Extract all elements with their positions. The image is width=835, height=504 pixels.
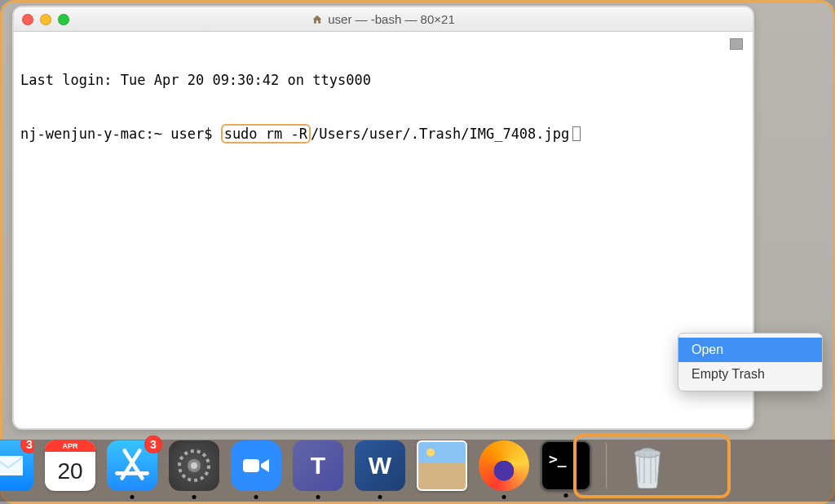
dock-indicator xyxy=(254,495,258,499)
home-icon xyxy=(311,14,323,25)
titlebar[interactable]: user — -bash — 80×21 xyxy=(14,7,753,32)
calendar-day-label: 20 xyxy=(45,452,95,491)
svg-rect-6 xyxy=(243,459,259,472)
window-title-container: user — -bash — 80×21 xyxy=(14,12,753,26)
mail-badge: 3 xyxy=(20,435,38,453)
terminal-cursor xyxy=(572,126,581,141)
dock-divider xyxy=(606,443,607,489)
dock[interactable]: 3 APR 20 3 T xyxy=(2,435,833,497)
dock-icon-terminal[interactable]: >_ xyxy=(541,440,591,491)
dock-icon-app-store[interactable]: 3 xyxy=(107,440,157,491)
dock-indicator xyxy=(564,493,568,497)
traffic-lights xyxy=(22,14,69,25)
dock-icon-mail[interactable]: 3 xyxy=(0,440,33,491)
terminal-cmd-highlight: sudo rm -R xyxy=(221,124,311,144)
dock-indicator xyxy=(502,495,506,499)
menu-item-empty-trash[interactable]: Empty Trash xyxy=(678,362,822,387)
terminal-line-login: Last login: Tue Apr 20 09:30:42 on ttys0… xyxy=(20,71,746,89)
dock-icon-calendar[interactable]: APR 20 xyxy=(45,440,95,491)
desktop: user — -bash — 80×21 Last login: Tue Apr… xyxy=(0,0,835,504)
dock-indicator xyxy=(130,495,135,499)
teams-letter: T xyxy=(311,452,325,480)
dock-icon-system-preferences[interactable] xyxy=(169,440,219,491)
dock-area: 3 APR 20 3 T xyxy=(2,431,833,502)
dock-icon-teams[interactable]: T xyxy=(293,440,343,491)
word-letter: W xyxy=(369,452,391,480)
zoom-button[interactable] xyxy=(58,14,69,25)
scroll-indicator-icon[interactable] xyxy=(730,38,743,50)
dock-icon-firefox[interactable] xyxy=(479,440,529,491)
terminal-window[interactable]: user — -bash — 80×21 Last login: Tue Apr… xyxy=(12,6,754,430)
trash-context-menu[interactable]: Open Empty Trash xyxy=(678,333,823,391)
menu-item-open[interactable]: Open xyxy=(678,338,822,362)
calendar-month-label: APR xyxy=(45,440,95,452)
dock-icon-preview[interactable] xyxy=(417,440,467,491)
window-title: user — -bash — 80×21 xyxy=(328,12,455,26)
dock-icon-zoom[interactable] xyxy=(231,440,281,491)
dock-icon-word[interactable]: W xyxy=(355,440,405,491)
dock-indicator xyxy=(192,495,197,499)
svg-point-5 xyxy=(191,462,197,469)
dock-icon-trash[interactable] xyxy=(622,440,673,491)
terminal-prompt-icon: >_ xyxy=(549,450,567,467)
minimize-button[interactable] xyxy=(40,14,51,25)
terminal-body[interactable]: Last login: Tue Apr 20 09:30:42 on ttys0… xyxy=(14,32,753,185)
terminal-prompt: nj-wenjun-y-mac:~ user$ xyxy=(20,126,221,142)
dock-indicator xyxy=(378,495,382,499)
terminal-cmd-rest: /Users/user/.Trash/IMG_7408.jpg xyxy=(311,126,569,142)
app-store-badge: 3 xyxy=(144,435,162,453)
close-button[interactable] xyxy=(22,14,33,25)
dock-indicator xyxy=(316,495,320,499)
terminal-line-command: nj-wenjun-y-mac:~ user$ sudo rm -R/Users… xyxy=(20,125,746,143)
